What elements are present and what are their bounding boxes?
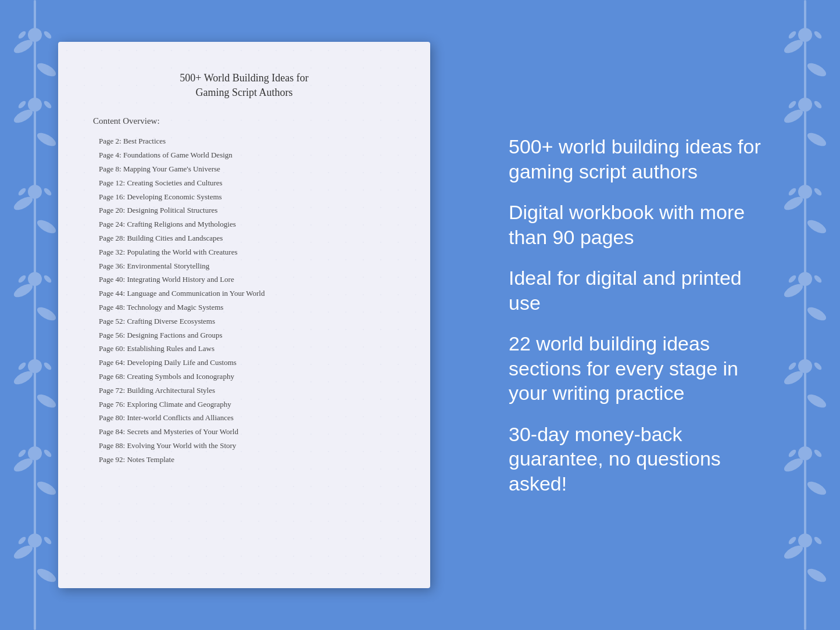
table-row: Page 16: Developing Economic Systems bbox=[93, 191, 395, 203]
svg-point-40 bbox=[788, 30, 798, 40]
svg-point-69 bbox=[798, 534, 812, 547]
svg-point-25 bbox=[43, 361, 53, 371]
table-row: Page 24: Crafting Religions and Mytholog… bbox=[93, 219, 395, 231]
content-overview-label: Content Overview: bbox=[93, 116, 160, 126]
table-row: Page 36: Environmental Storytelling bbox=[93, 260, 395, 273]
svg-point-19 bbox=[17, 274, 27, 284]
svg-point-64 bbox=[798, 446, 812, 460]
table-row: Page 64: Developing Daily Life and Custo… bbox=[93, 357, 395, 369]
svg-point-34 bbox=[17, 536, 27, 546]
svg-point-45 bbox=[788, 100, 798, 110]
svg-point-3 bbox=[28, 28, 42, 42]
svg-point-20 bbox=[43, 274, 53, 284]
svg-point-53 bbox=[805, 305, 828, 323]
book-document: 500+ World Building Ideas for Gaming Scr… bbox=[58, 42, 430, 588]
svg-point-41 bbox=[813, 30, 823, 40]
svg-point-61 bbox=[813, 361, 823, 371]
svg-point-68 bbox=[805, 566, 828, 585]
svg-point-66 bbox=[813, 449, 823, 459]
svg-point-4 bbox=[17, 30, 27, 40]
svg-point-22 bbox=[35, 392, 58, 410]
svg-point-27 bbox=[35, 479, 58, 497]
svg-point-23 bbox=[28, 359, 42, 373]
svg-point-14 bbox=[17, 187, 27, 197]
svg-point-50 bbox=[788, 187, 798, 197]
svg-point-9 bbox=[17, 100, 27, 110]
table-row: Page 48: Technology and Magic Systems bbox=[93, 302, 395, 314]
svg-point-29 bbox=[17, 449, 27, 459]
svg-point-15 bbox=[43, 187, 53, 197]
table-of-contents: Page 2: Best PracticesPage 4: Foundation… bbox=[93, 135, 395, 466]
table-row: Page 52: Crafting Diverse Ecosystems bbox=[93, 316, 395, 328]
svg-point-54 bbox=[798, 272, 812, 286]
svg-point-58 bbox=[805, 392, 828, 410]
table-row: Page 28: Building Cities and Landscapes bbox=[93, 232, 395, 245]
svg-point-70 bbox=[788, 536, 798, 546]
svg-point-48 bbox=[805, 217, 828, 236]
table-row: Page 32: Populating the World with Creat… bbox=[93, 246, 395, 259]
table-row: Page 4: Foundations of Game World Design bbox=[93, 149, 395, 162]
svg-point-51 bbox=[813, 187, 823, 197]
info-text-4: 22 world building ideas sections for eve… bbox=[509, 331, 764, 406]
info-text-5: 30-day money-back guarantee, no question… bbox=[509, 422, 764, 496]
svg-point-71 bbox=[813, 536, 823, 546]
table-row: Page 44: Language and Communication in Y… bbox=[93, 288, 395, 300]
svg-point-55 bbox=[788, 274, 798, 284]
table-row: Page 88: Evolving Your World with the St… bbox=[93, 440, 395, 452]
svg-point-18 bbox=[28, 272, 42, 286]
svg-point-17 bbox=[35, 305, 58, 323]
svg-point-8 bbox=[28, 98, 42, 112]
table-row: Page 76: Exploring Climate and Geography bbox=[93, 399, 395, 411]
svg-point-5 bbox=[43, 30, 53, 40]
svg-point-28 bbox=[28, 446, 42, 460]
table-row: Page 72: Building Architectural Styles bbox=[93, 385, 395, 397]
svg-point-24 bbox=[17, 361, 27, 371]
table-row: Page 60: Establishing Rules and Laws bbox=[93, 343, 395, 355]
svg-point-30 bbox=[43, 449, 53, 459]
svg-point-65 bbox=[788, 449, 798, 459]
svg-point-32 bbox=[35, 566, 58, 585]
svg-point-35 bbox=[43, 536, 53, 546]
table-row: Page 56: Designing Factions and Groups bbox=[93, 330, 395, 342]
table-row: Page 40: Integrating World History and L… bbox=[93, 274, 395, 286]
svg-point-12 bbox=[35, 217, 58, 236]
svg-point-7 bbox=[35, 130, 58, 149]
svg-point-60 bbox=[788, 361, 798, 371]
table-row: Page 8: Mapping Your Game's Universe bbox=[93, 163, 395, 176]
table-row: Page 12: Creating Societies and Cultures bbox=[93, 177, 395, 189]
table-row: Page 68: Creating Symbols and Iconograph… bbox=[93, 371, 395, 383]
svg-point-59 bbox=[798, 359, 812, 373]
floral-right-decoration bbox=[770, 0, 840, 630]
table-row: Page 84: Secrets and Mysteries of Your W… bbox=[93, 426, 395, 438]
table-row: Page 80: Inter-world Conflicts and Allia… bbox=[93, 412, 395, 424]
svg-point-43 bbox=[805, 130, 828, 149]
info-text-1: 500+ world building ideas for gaming scr… bbox=[509, 134, 764, 184]
svg-point-49 bbox=[798, 185, 812, 199]
svg-point-63 bbox=[805, 479, 828, 497]
svg-point-38 bbox=[805, 60, 828, 79]
table-row: Page 20: Designing Political Structures bbox=[93, 205, 395, 217]
table-row: Page 2: Best Practices bbox=[93, 135, 395, 148]
book-title: 500+ World Building Ideas for Gaming Scr… bbox=[180, 71, 308, 100]
svg-point-10 bbox=[43, 100, 53, 110]
svg-point-39 bbox=[798, 28, 812, 42]
svg-point-13 bbox=[28, 185, 42, 199]
svg-point-44 bbox=[798, 98, 812, 112]
svg-point-46 bbox=[813, 100, 823, 110]
info-text-3: Ideal for digital and printed use bbox=[509, 266, 764, 315]
info-text-2: Digital workbook with more than 90 pages bbox=[509, 200, 764, 249]
svg-point-2 bbox=[35, 60, 58, 79]
svg-point-56 bbox=[813, 274, 823, 284]
svg-point-33 bbox=[28, 534, 42, 547]
table-row: Page 92: Notes Template bbox=[93, 454, 395, 466]
info-panel: 500+ world building ideas for gaming scr… bbox=[509, 134, 764, 496]
